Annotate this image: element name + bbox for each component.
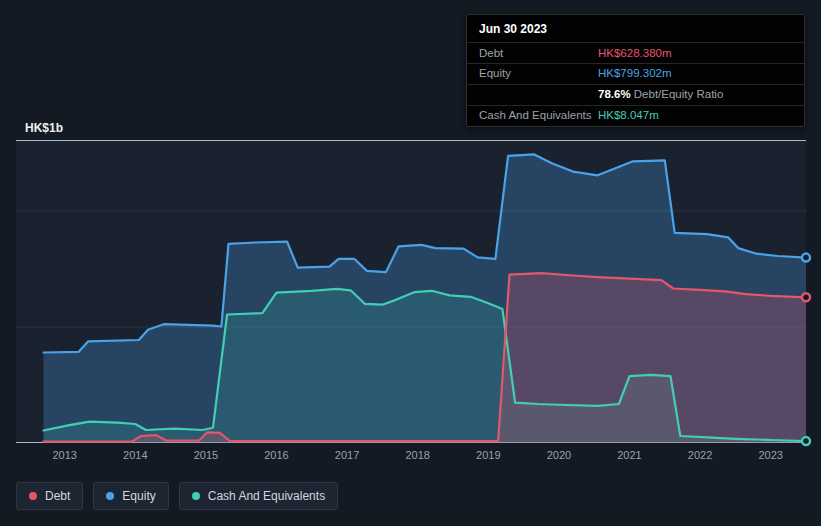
tooltip-debt-row: Debt HK$628.380m (467, 42, 804, 63)
x-axis-label-2021: 2021 (610, 449, 650, 461)
legend-debt-label: Debt (45, 489, 70, 503)
y-axis-label-max: HK$1b (25, 121, 63, 135)
debt-equity-history-page: Jun 30 2023 Debt HK$628.380m Equity HK$7… (0, 0, 821, 526)
debt-equity-history-chart[interactable] (16, 140, 806, 443)
chart-plot-area (16, 140, 806, 443)
tooltip-cash-row: Cash And Equivalents HK$8.047m (467, 105, 804, 126)
legend-item-debt[interactable]: Debt (16, 482, 83, 510)
tooltip-cash-value: HK$8.047m (598, 108, 792, 123)
tooltip-equity-label: Equity (479, 66, 598, 81)
legend-item-equity[interactable]: Equity (93, 482, 168, 510)
chart-legend: Debt Equity Cash And Equivalents (16, 482, 338, 510)
legend-cash-label: Cash And Equivalents (208, 489, 325, 503)
x-axis-label-2016: 2016 (257, 449, 297, 461)
x-axis-label-2017: 2017 (327, 449, 367, 461)
tooltip-equity-value: HK$799.302m (598, 66, 792, 81)
tooltip-ratio-row: 78.6% Debt/Equity Ratio (467, 84, 804, 105)
tooltip-equity-row: Equity HK$799.302m (467, 63, 804, 84)
cash-legend-dot-icon (192, 492, 200, 500)
ratio-percent: 78.6% (598, 88, 631, 100)
legend-item-cash[interactable]: Cash And Equivalents (179, 482, 338, 510)
tooltip-ratio-value: 78.6% Debt/Equity Ratio (598, 87, 792, 102)
x-axis-label-2020: 2020 (539, 449, 579, 461)
x-axis-label-2022: 2022 (680, 449, 720, 461)
x-axis-label-2014: 2014 (115, 449, 155, 461)
ratio-caption: Debt/Equity Ratio (631, 88, 724, 100)
x-axis-label-2013: 2013 (45, 449, 85, 461)
legend-equity-label: Equity (122, 489, 155, 503)
tooltip-date: Jun 30 2023 (467, 15, 804, 42)
equity-legend-dot-icon (106, 492, 114, 500)
tooltip-debt-label: Debt (479, 46, 598, 61)
x-axis-label-2019: 2019 (468, 449, 508, 461)
cash-end-marker (802, 437, 810, 445)
x-axis-label-2023: 2023 (751, 449, 791, 461)
x-axis-label-2015: 2015 (186, 449, 226, 461)
tooltip-cash-label: Cash And Equivalents (479, 108, 598, 123)
debt-end-marker (802, 293, 810, 301)
x-axis-label-2018: 2018 (398, 449, 438, 461)
equity-end-marker (802, 254, 810, 262)
debt-legend-dot-icon (29, 492, 37, 500)
x-axis: 2013201420152016201720182019202020212022… (0, 449, 821, 465)
tooltip-debt-value: HK$628.380m (598, 46, 792, 61)
chart-tooltip: Jun 30 2023 Debt HK$628.380m Equity HK$7… (466, 14, 805, 127)
